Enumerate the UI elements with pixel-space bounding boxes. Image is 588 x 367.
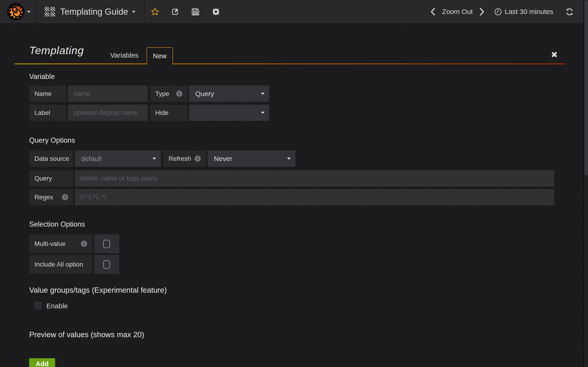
- include-all-label: Include All option: [29, 255, 92, 274]
- type-select[interactable]: Query: [189, 85, 269, 102]
- checkbox-icon: [103, 260, 110, 269]
- zoom-out-button[interactable]: Zoom Out: [442, 8, 473, 16]
- query-options-heading: Query Options: [29, 136, 75, 144]
- hide-label: Hide: [150, 105, 187, 121]
- time-range-picker[interactable]: Last 30 minutes: [494, 8, 553, 16]
- clock-icon: [494, 8, 502, 16]
- settings-button[interactable]: [211, 7, 221, 16]
- time-range-label: Last 30 minutes: [505, 8, 553, 16]
- tab-variables[interactable]: Variables: [110, 51, 138, 59]
- enable-checkbox[interactable]: [34, 302, 42, 310]
- star-button[interactable]: [151, 7, 159, 16]
- time-controls: Zoom Out Last 30 minutes: [430, 0, 588, 24]
- divider: [144, 0, 145, 24]
- refresh-button[interactable]: [565, 8, 574, 16]
- time-shift-forward-button[interactable]: [480, 8, 485, 16]
- share-icon: [171, 7, 180, 16]
- include-all-checkbox[interactable]: [94, 255, 119, 274]
- hide-select[interactable]: [189, 105, 269, 121]
- selection-options-heading: Selection Options: [29, 220, 85, 228]
- refresh-select[interactable]: Never: [208, 150, 295, 167]
- star-icon: [151, 7, 159, 16]
- dashboard-title-dropdown[interactable]: Templating Guide: [37, 0, 144, 24]
- tab-underline: [15, 64, 147, 64]
- preview-heading: Preview of values (shows max 20): [29, 330, 144, 339]
- checkbox-icon: [103, 240, 110, 248]
- label-input[interactable]: [68, 105, 148, 121]
- value-groups-heading: Value groups/tags (Experimental feature): [29, 286, 167, 294]
- enable-label: Enable: [46, 302, 68, 310]
- chevron-right-icon: [480, 8, 485, 16]
- dashboard-title: Templating Guide: [60, 7, 128, 17]
- multi-value-checkbox[interactable]: [94, 234, 119, 253]
- chevron-left-icon: [430, 8, 435, 16]
- info-icon[interactable]: i: [62, 194, 68, 200]
- type-label: Type i: [150, 85, 187, 102]
- data-source-select[interactable]: default: [75, 150, 161, 167]
- info-icon[interactable]: i: [81, 241, 87, 247]
- save-button[interactable]: [191, 7, 200, 16]
- multi-value-label: Multi-value i: [29, 234, 92, 253]
- grafana-logo: [7, 3, 25, 21]
- close-icon[interactable]: ✖: [551, 50, 558, 59]
- grafana-menu-button[interactable]: [0, 0, 36, 24]
- chevron-down-icon: [132, 11, 136, 13]
- regex-label: Regex i: [29, 189, 73, 205]
- regex-input[interactable]: [75, 189, 554, 205]
- chevron-down-icon: [261, 112, 265, 114]
- share-button[interactable]: [171, 7, 180, 16]
- variable-section-heading: Variable: [29, 73, 55, 81]
- name-label: Name: [29, 85, 66, 102]
- top-navbar: Templating Guide: [0, 0, 588, 24]
- tab-underline: [173, 64, 565, 64]
- info-icon[interactable]: i: [176, 91, 182, 97]
- page-title: Templating: [29, 44, 84, 57]
- page-scrollbar[interactable]: [583, 0, 588, 367]
- refresh-label: Refresh i: [163, 150, 206, 167]
- info-icon[interactable]: i: [195, 156, 201, 162]
- data-source-label: Data source: [29, 150, 73, 167]
- save-icon: [191, 7, 200, 16]
- label-label: Label: [29, 105, 66, 121]
- chevron-down-icon: [153, 158, 156, 160]
- dashboard-icon: [44, 7, 55, 17]
- name-input[interactable]: [68, 85, 148, 102]
- add-button[interactable]: Add: [29, 358, 55, 367]
- refresh-icon: [565, 8, 574, 16]
- tab-new[interactable]: New: [147, 47, 173, 64]
- chevron-down-icon: [287, 158, 291, 160]
- chevron-down-icon: [27, 11, 31, 13]
- query-input[interactable]: [75, 170, 554, 186]
- query-label: Query: [29, 170, 73, 186]
- dashboard-toolbar: [151, 0, 221, 24]
- gear-icon: [211, 7, 221, 16]
- scrollbar-thumb[interactable]: [585, 0, 588, 175]
- time-shift-back-button[interactable]: [430, 8, 435, 16]
- chevron-down-icon: [261, 93, 265, 95]
